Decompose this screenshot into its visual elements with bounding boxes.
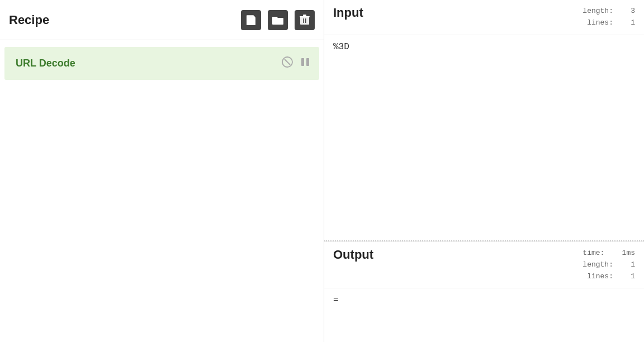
input-meta: length: 3 lines: 1 — [583, 6, 635, 29]
recipe-list: URL Decode — [0, 40, 324, 342]
output-meta: time: 1ms length: 1 lines: 1 — [583, 248, 635, 282]
svg-rect-8 — [303, 18, 304, 23]
right-panel: Input length: 3 lines: 1 %3D Output — [324, 0, 644, 342]
left-panel: Recipe — [0, 0, 324, 342]
delete-button[interactable] — [295, 10, 315, 30]
svg-rect-9 — [305, 18, 306, 23]
recipe-item-label: URL Decode — [16, 58, 281, 69]
svg-rect-6 — [300, 16, 310, 17]
input-section: Input length: 3 lines: 1 %3D — [324, 0, 644, 241]
input-lines-label: lines: — [587, 18, 613, 27]
svg-rect-7 — [303, 15, 306, 16]
save-icon — [245, 15, 257, 26]
svg-rect-5 — [300, 17, 309, 25]
trash-icon — [300, 15, 310, 26]
output-title: Output — [333, 248, 583, 262]
output-header: Output time: 1ms length: 1 lines: 1 — [324, 241, 644, 288]
output-lines-value: 1 — [631, 272, 635, 281]
recipe-item-url-decode[interactable]: URL Decode — [4, 47, 319, 80]
svg-rect-13 — [306, 58, 309, 66]
output-section: Output time: 1ms length: 1 lines: 1 — [324, 241, 644, 342]
output-time-row: time: 1ms — [583, 248, 635, 259]
disable-icon[interactable] — [281, 56, 293, 71]
input-content[interactable]: %3D — [324, 35, 644, 240]
input-text: %3D — [333, 42, 349, 52]
folder-button[interactable] — [268, 10, 288, 30]
pause-icon[interactable] — [300, 57, 310, 70]
output-length-value: 1 — [631, 260, 635, 269]
recipe-title: Recipe — [9, 13, 241, 27]
input-length-value: 3 — [631, 7, 635, 15]
svg-rect-4 — [248, 20, 254, 24]
output-lines-row: lines: 1 — [583, 271, 635, 283]
output-text: = — [333, 295, 339, 305]
recipe-toolbar — [241, 10, 315, 30]
input-header: Input length: 3 lines: 1 — [324, 0, 644, 35]
output-time-label: time: — [583, 249, 604, 257]
input-length-row: length: 3 — [583, 6, 635, 17]
input-lines-value: 1 — [631, 18, 635, 27]
recipe-item-actions — [281, 56, 310, 71]
svg-rect-3 — [248, 16, 253, 18]
input-length-label: length: — [583, 7, 613, 15]
folder-icon — [272, 15, 284, 25]
svg-rect-12 — [301, 58, 304, 66]
input-lines-row: lines: 1 — [583, 17, 635, 29]
output-content: = — [324, 288, 644, 342]
output-length-row: length: 1 — [583, 259, 635, 271]
recipe-header: Recipe — [0, 0, 324, 40]
input-title: Input — [333, 6, 583, 20]
output-length-label: length: — [583, 260, 613, 269]
output-time-value: 1ms — [622, 249, 635, 257]
svg-line-11 — [285, 59, 290, 65]
save-button[interactable] — [241, 10, 261, 30]
output-lines-label: lines: — [587, 272, 613, 281]
